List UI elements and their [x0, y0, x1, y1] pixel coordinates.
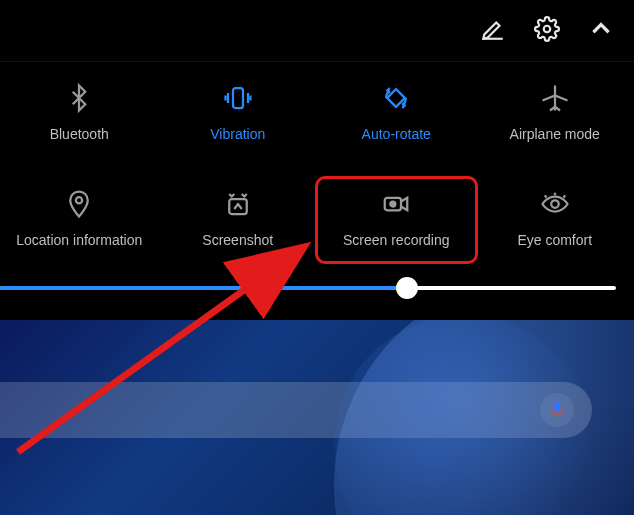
edit-icon[interactable] [480, 16, 506, 46]
svg-rect-1 [233, 88, 243, 108]
tile-label: Screenshot [202, 232, 273, 248]
eye-icon [540, 186, 570, 222]
search-bar[interactable] [0, 382, 592, 438]
quick-settings-grid: Bluetooth Vibration Auto-rotate Airplane… [0, 74, 634, 258]
brightness-thumb[interactable] [396, 277, 418, 299]
svg-point-7 [551, 200, 559, 208]
svg-rect-8 [554, 402, 560, 412]
svg-point-6 [391, 202, 396, 207]
screen-record-icon [381, 186, 411, 222]
tile-eye-comfort[interactable]: Eye comfort [476, 180, 635, 258]
tile-label: Vibration [210, 126, 265, 142]
mic-icon[interactable] [540, 393, 574, 427]
tile-label: Eye comfort [517, 232, 592, 248]
airplane-icon [540, 80, 570, 116]
home-background [0, 320, 634, 515]
svg-point-3 [76, 197, 82, 203]
quick-settings-panel: Bluetooth Vibration Auto-rotate Airplane… [0, 62, 634, 324]
location-icon [64, 186, 94, 222]
tile-location[interactable]: Location information [0, 180, 159, 258]
brightness-slider[interactable] [0, 258, 634, 318]
tile-vibration[interactable]: Vibration [159, 74, 318, 152]
chevron-up-icon[interactable] [588, 16, 614, 46]
screenshot-icon [223, 186, 253, 222]
tile-screen-recording[interactable]: Screen recording [317, 180, 476, 258]
tile-bluetooth[interactable]: Bluetooth [0, 74, 159, 152]
tile-auto-rotate[interactable]: Auto-rotate [317, 74, 476, 152]
brightness-track [0, 286, 616, 290]
tile-label: Auto-rotate [362, 126, 431, 142]
tile-airplane-mode[interactable]: Airplane mode [476, 74, 635, 152]
vibration-icon [223, 80, 253, 116]
tile-label: Screen recording [343, 232, 450, 248]
quick-settings-topbar [0, 0, 634, 62]
svg-rect-4 [229, 199, 247, 214]
auto-rotate-icon [381, 80, 411, 116]
brightness-fill [0, 286, 407, 290]
tile-label: Bluetooth [50, 126, 109, 142]
settings-icon[interactable] [534, 16, 560, 46]
svg-point-0 [544, 25, 551, 32]
bluetooth-icon [64, 80, 94, 116]
tile-screenshot[interactable]: Screenshot [159, 180, 318, 258]
tile-label: Location information [16, 232, 142, 248]
tile-label: Airplane mode [510, 126, 600, 142]
